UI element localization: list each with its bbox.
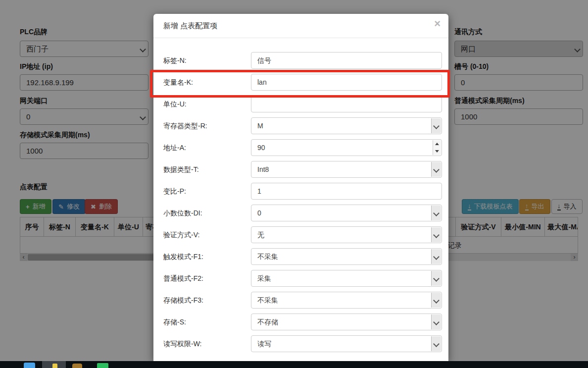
form-row: 小数位数-DI: 0 — [163, 205, 448, 221]
chevron-down-icon — [431, 162, 441, 177]
form-row: 数据类型-T: Int8 — [163, 161, 448, 178]
form-row: 验证方式-V: 无 — [163, 226, 448, 243]
modal-header: 新增 点表配置项 × — [153, 14, 448, 38]
variable-name-input[interactable]: lan — [251, 74, 442, 91]
modal-title: 新增 点表配置项 — [163, 21, 217, 31]
chevron-down-icon — [431, 293, 441, 308]
form-row: 单位-U: — [163, 96, 448, 112]
form-row: 读写权限-W: 读写 — [163, 335, 448, 352]
ratio-input[interactable]: 1 — [251, 183, 442, 200]
trigger-mode-select[interactable]: 不采集 — [251, 248, 442, 265]
data-type-select[interactable]: Int8 — [251, 161, 442, 178]
chevron-down-icon — [431, 227, 441, 242]
rw-permission-select[interactable]: 读写 — [251, 335, 442, 352]
form-row: 变比-P: 1 — [163, 183, 448, 200]
form-row: 普通模式-F2: 采集 — [163, 270, 448, 287]
windows-taskbar — [0, 361, 588, 368]
spinner-down-icon[interactable] — [433, 148, 441, 155]
unit-input[interactable] — [251, 96, 442, 112]
screen: PLC品牌 西门子 IP地址 (ip) 192.168.9.199 网关端口 0… — [0, 0, 588, 368]
form-row: 寄存器类型-R: M — [163, 117, 448, 134]
label-n-input[interactable]: 信号 — [251, 52, 442, 69]
number-spinner[interactable] — [433, 140, 441, 155]
validation-select[interactable]: 无 — [251, 226, 442, 243]
storage-mode-select[interactable]: 不采集 — [251, 292, 442, 309]
form-row: 存储模式-F3: 不采集 — [163, 292, 448, 309]
taskbar-app-icon[interactable] — [97, 363, 108, 368]
close-icon[interactable]: × — [434, 18, 441, 29]
chevron-down-icon — [431, 336, 441, 351]
add-point-modal: 新增 点表配置项 × 标签-N: 信号 变量名-K: lan 单位-U: — [153, 14, 448, 361]
spinner-up-icon[interactable] — [433, 140, 441, 148]
chevron-down-icon — [431, 118, 441, 133]
form-row: 变量名-K: lan — [163, 74, 448, 91]
taskbar-app-icon[interactable] — [72, 364, 82, 368]
chevron-down-icon — [431, 206, 441, 220]
decimal-digits-select[interactable]: 0 — [251, 205, 442, 221]
chevron-down-icon — [431, 249, 441, 264]
chevron-down-icon — [431, 315, 441, 329]
storage-select[interactable]: 不存储 — [251, 314, 442, 330]
form-row: 触发模式-F1: 不采集 — [163, 248, 448, 265]
taskbar-active-app[interactable] — [42, 361, 66, 368]
register-type-select[interactable]: M — [251, 117, 442, 134]
form-row: 标签-N: 信号 — [163, 52, 448, 69]
modal-body: 标签-N: 信号 变量名-K: lan 单位-U: 寄存器类型-R: — [153, 38, 448, 352]
normal-mode-select[interactable]: 采集 — [251, 270, 442, 287]
address-input[interactable]: 90 — [251, 139, 442, 156]
chevron-down-icon — [431, 271, 441, 286]
form-row: 存储-S: 不存储 — [163, 314, 448, 330]
form-row: 地址-A: 90 — [163, 139, 448, 156]
taskbar-app-icon[interactable] — [24, 363, 35, 368]
